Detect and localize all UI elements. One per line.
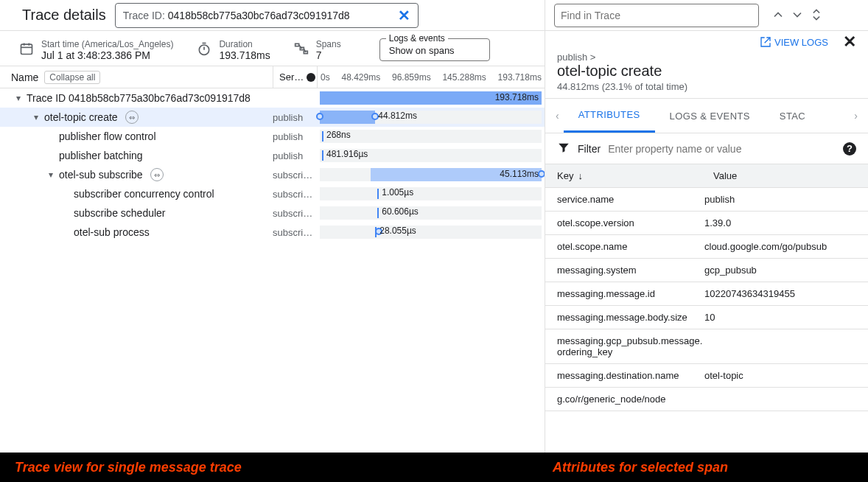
page-title: Trace details <box>22 7 106 24</box>
view-logs-link[interactable]: VIEW LOGS <box>760 36 828 48</box>
collapse-all-button[interactable]: Collapse all <box>44 71 100 84</box>
attr-filter-row: Filter ? <box>545 133 868 164</box>
attr-value: publish <box>704 194 856 205</box>
span-row[interactable]: subscribe schedulersubscri…60.606µs <box>0 203 545 223</box>
attr-row[interactable]: messaging.message.body.size10 <box>545 306 868 329</box>
next-match-icon[interactable] <box>790 7 805 24</box>
tick-label: 48.429ms <box>341 72 380 83</box>
svg-point-4 <box>200 45 209 55</box>
filter-input[interactable] <box>608 143 836 155</box>
detail-pct: (23.1% of total time) <box>602 81 687 92</box>
span-name: otel-topic create <box>44 111 118 123</box>
service-cell: publish <box>273 112 317 123</box>
find-in-trace-input[interactable] <box>554 4 759 27</box>
attr-value <box>704 394 856 405</box>
attr-key: g.co/r/generic_node/node <box>557 394 704 405</box>
column-headers: Name Collapse all Ser… 0s 48.429ms 96.85… <box>0 66 545 88</box>
trace-search-prefix: Trace ID: <box>123 10 165 21</box>
attr-value: gcp_pubsub <box>704 265 856 276</box>
tab-scroll-right-icon[interactable]: › <box>850 110 862 122</box>
tab-logs-events[interactable]: LOGS & EVENTS <box>655 99 765 133</box>
span-name: Trace ID 0418b58cb775a30bc76ad73c091917d… <box>27 92 251 104</box>
span-row[interactable]: otel-sub processsubscri…28.055µs <box>0 223 545 242</box>
filter-icon <box>557 141 570 156</box>
span-duration-label: 45.113ms <box>500 169 539 179</box>
attr-row[interactable]: messaging.systemgcp_pubsub <box>545 259 868 282</box>
span-duration-label: 193.718ms <box>495 92 539 102</box>
attr-key: messaging.destination.name <box>557 370 704 381</box>
service-cell: publish <box>273 131 317 142</box>
span-duration-label: 60.606µs <box>382 206 419 217</box>
clear-icon[interactable]: ✕ <box>398 7 410 24</box>
gantt-cell: 268ns <box>320 130 542 143</box>
service-dot-icon <box>307 73 315 82</box>
spans-icon <box>294 41 309 58</box>
prev-match-icon[interactable] <box>771 7 785 24</box>
attr-row[interactable]: messaging.gcp_pubsub.message.ordering_ke… <box>545 329 868 364</box>
trace-search-box[interactable]: Trace ID: 0418b58cb775a30bc76ad73c091917… <box>115 3 419 28</box>
span-row[interactable]: publisher batchingpublish481.916µs <box>0 146 545 165</box>
span-row[interactable]: ▾otel-topic create⇔publish44.812ms <box>0 108 545 127</box>
link-icon[interactable]: ⇔ <box>150 168 164 181</box>
attr-value: cloud.google.com/go/pubsub <box>704 241 856 252</box>
svg-rect-7 <box>295 43 298 46</box>
span-row[interactable]: publisher flow controlpublish268ns <box>0 127 545 146</box>
attr-table-body: service.namepublishotel.scope.version1.3… <box>545 188 868 468</box>
attr-row[interactable]: service.namepublish <box>545 188 868 212</box>
attr-row[interactable]: messaging.destination.nameotel-topic <box>545 364 868 388</box>
span-detail-panel: VIEW LOGS ✕ publish > otel-topic create … <box>545 0 868 453</box>
tab-attributes[interactable]: ATTRIBUTES <box>564 99 655 133</box>
footer-right: Attributes for selected span <box>553 460 728 475</box>
expand-icon[interactable] <box>809 7 824 24</box>
detail-tabs: ‹ ATTRIBUTES LOGS & EVENTS STAC › <box>545 98 868 133</box>
attr-row[interactable]: messaging.message.id10220743634319455 <box>545 282 868 306</box>
attr-table-header: Key ↓ Value <box>545 164 868 188</box>
logs-events-select[interactable]: Logs & events Show on spans <box>379 38 490 61</box>
span-row[interactable]: subscriber concurrency controlsubscri…1.… <box>0 184 545 203</box>
span-name: otel-sub subscribe <box>59 169 143 181</box>
attr-value <box>704 335 856 357</box>
attr-key: messaging.system <box>557 265 704 276</box>
attr-key: messaging.message.body.size <box>557 312 704 323</box>
link-icon[interactable]: ⇔ <box>125 111 139 124</box>
spans: Spans 7 <box>294 39 341 61</box>
attr-key: service.name <box>557 194 704 205</box>
footer-left: Trace view for single message trace <box>15 460 242 475</box>
service-header[interactable]: Ser… <box>273 66 317 88</box>
toggle-icon[interactable]: ▾ <box>46 170 56 180</box>
service-cell: subscri… <box>273 227 317 238</box>
close-icon[interactable]: ✕ <box>843 32 856 52</box>
span-tree: ▾Trace ID 0418b58cb775a30bc76ad73c091917… <box>0 88 545 242</box>
attr-row[interactable]: g.co/r/generic_node/node <box>545 388 868 411</box>
span-row[interactable]: ▾otel-sub subscribe⇔subscri…45.113ms <box>0 165 545 184</box>
view-logs-label: VIEW LOGS <box>774 37 828 48</box>
service-cell: subscri… <box>273 189 317 200</box>
trace-search-value: 0418b58cb775a30bc76ad73c091917d8 <box>168 10 350 21</box>
key-header[interactable]: Key ↓ <box>557 170 704 181</box>
tab-stack[interactable]: STAC <box>765 99 820 133</box>
help-icon[interactable]: ? <box>843 142 856 156</box>
span-name: subscriber concurrency control <box>74 188 214 200</box>
gantt-cell: 1.005µs <box>320 187 542 200</box>
breadcrumb[interactable]: publish > <box>545 52 868 63</box>
sort-arrow-icon: ↓ <box>578 170 583 181</box>
annotation-footer: Trace view for single message trace Attr… <box>0 453 868 482</box>
toggle-icon[interactable]: ▾ <box>13 93 24 103</box>
spans-label: Spans <box>316 39 341 49</box>
span-name: subscribe scheduler <box>74 207 166 219</box>
tick-label: 96.859ms <box>392 72 431 83</box>
attr-value: 10220743634319455 <box>704 288 856 299</box>
start-value: Jul 1 at 3:48:23.386 PM <box>41 49 173 61</box>
attr-key: otel.scope.version <box>557 217 704 228</box>
detail-subtitle: 44.812ms (23.1% of total time) <box>545 80 868 98</box>
service-header-label: Ser… <box>279 71 304 83</box>
attr-row[interactable]: otel.scope.version1.39.0 <box>545 212 868 235</box>
find-input[interactable] <box>561 10 752 21</box>
attr-value: 10 <box>704 312 856 323</box>
toggle-icon[interactable]: ▾ <box>31 112 41 122</box>
span-duration-label: 481.916µs <box>326 149 368 159</box>
span-name: publisher batching <box>59 150 143 161</box>
tab-scroll-left-icon[interactable]: ‹ <box>551 110 564 122</box>
span-row[interactable]: ▾Trace ID 0418b58cb775a30bc76ad73c091917… <box>0 88 545 108</box>
attr-row[interactable]: otel.scope.namecloud.google.com/go/pubsu… <box>545 235 868 259</box>
